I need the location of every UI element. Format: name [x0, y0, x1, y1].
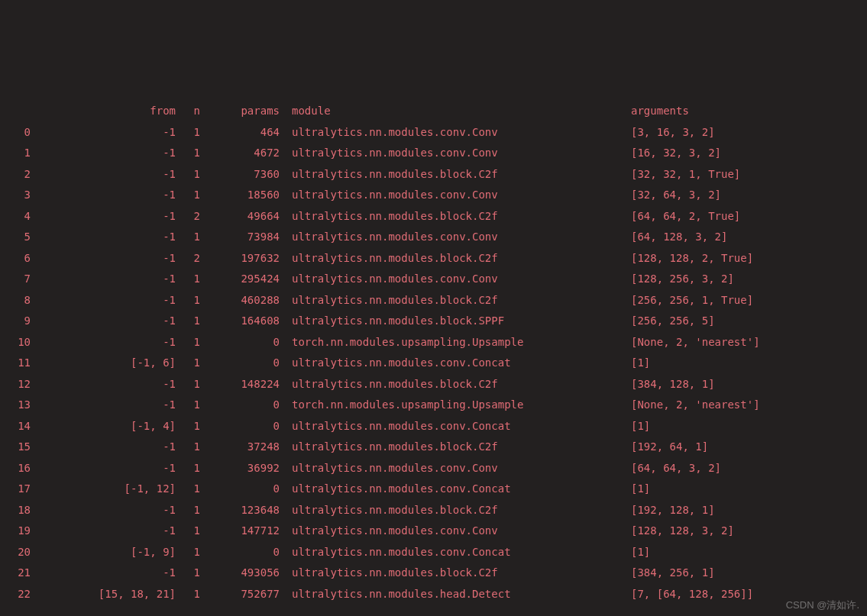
cell-args: [64, 64, 2, True] [631, 206, 867, 227]
table-row: 4-1249664ultralytics.nn.modules.block.C2… [0, 206, 867, 227]
cell-args: [16, 32, 3, 2] [631, 143, 867, 164]
cell-module: ultralytics.nn.modules.block.C2f [280, 206, 631, 227]
table-row: 1-114672ultralytics.nn.modules.conv.Conv… [0, 143, 867, 164]
table-row: 6-12197632ultralytics.nn.modules.block.C… [0, 248, 867, 269]
cell-n: 2 [176, 206, 200, 227]
cell-from: -1 [31, 248, 176, 269]
cell-params: 37248 [200, 437, 280, 458]
cell-module: ultralytics.nn.modules.block.C2f [280, 374, 631, 395]
cell-idx: 21 [0, 563, 31, 584]
cell-n: 1 [176, 500, 200, 521]
cell-from: [-1, 6] [31, 353, 176, 374]
cell-from: -1 [31, 458, 176, 479]
cell-n: 1 [176, 143, 200, 164]
header-n: n [176, 101, 200, 122]
table-row: 12-11148224ultralytics.nn.modules.block.… [0, 374, 867, 395]
cell-idx: 1 [0, 143, 31, 164]
cell-n: 1 [176, 353, 200, 374]
cell-module: ultralytics.nn.modules.conv.Conv [280, 227, 631, 248]
cell-from: -1 [31, 269, 176, 290]
watermark: CSDN @清如许. [786, 600, 859, 610]
cell-module: ultralytics.nn.modules.conv.Conv [280, 143, 631, 164]
cell-params: 0 [200, 416, 280, 437]
table-row: 5-1173984ultralytics.nn.modules.conv.Con… [0, 227, 867, 248]
cell-idx: 19 [0, 521, 31, 542]
table-row: 10-110torch.nn.modules.upsampling.Upsamp… [0, 332, 867, 353]
cell-params: 123648 [200, 500, 280, 521]
cell-from: -1 [31, 563, 176, 584]
cell-idx: 5 [0, 227, 31, 248]
cell-args: [256, 256, 5] [631, 311, 867, 332]
cell-args: [None, 2, 'nearest'] [631, 395, 867, 416]
cell-idx: 11 [0, 353, 31, 374]
table-row: 3-1118560ultralytics.nn.modules.conv.Con… [0, 185, 867, 206]
cell-idx: 4 [0, 206, 31, 227]
cell-idx: 18 [0, 500, 31, 521]
cell-module: ultralytics.nn.modules.conv.Conv [280, 122, 631, 144]
cell-n: 1 [176, 374, 200, 395]
cell-module: ultralytics.nn.modules.conv.Conv [280, 521, 631, 542]
cell-idx: 3 [0, 185, 31, 206]
cell-n: 1 [176, 521, 200, 542]
cell-module: ultralytics.nn.modules.block.C2f [280, 248, 631, 269]
cell-from: [-1, 12] [31, 479, 176, 500]
cell-from: -1 [31, 143, 176, 164]
model-summary-table: fromnparamsmodulearguments0-11464ultraly… [0, 101, 867, 605]
cell-params: 164608 [200, 311, 280, 332]
cell-n: 1 [176, 332, 200, 353]
cell-idx: 13 [0, 395, 31, 416]
cell-n: 1 [176, 122, 200, 144]
cell-args: [32, 32, 1, True] [631, 164, 867, 185]
cell-idx: 7 [0, 269, 31, 290]
cell-idx: 12 [0, 374, 31, 395]
cell-args: [64, 128, 3, 2] [631, 227, 867, 248]
cell-params: 148224 [200, 374, 280, 395]
cell-args: [128, 256, 3, 2] [631, 269, 867, 290]
cell-n: 1 [176, 584, 200, 605]
cell-module: ultralytics.nn.modules.block.SPPF [280, 311, 631, 332]
table-row: 15-1137248ultralytics.nn.modules.block.C… [0, 437, 867, 458]
cell-idx: 20 [0, 542, 31, 563]
cell-n: 1 [176, 542, 200, 563]
cell-from: -1 [31, 290, 176, 311]
cell-module: ultralytics.nn.modules.conv.Concat [280, 542, 631, 563]
cell-args: [192, 128, 1] [631, 500, 867, 521]
cell-from: [-1, 4] [31, 416, 176, 437]
cell-n: 1 [176, 227, 200, 248]
cell-args: [None, 2, 'nearest'] [631, 332, 867, 353]
cell-args: [1] [631, 353, 867, 374]
cell-from: -1 [31, 164, 176, 185]
cell-idx: 10 [0, 332, 31, 353]
cell-module: torch.nn.modules.upsampling.Upsample [280, 395, 631, 416]
table-row: 17[-1, 12]10ultralytics.nn.modules.conv.… [0, 479, 867, 500]
cell-args: [32, 64, 3, 2] [631, 185, 867, 206]
cell-n: 1 [176, 290, 200, 311]
cell-from: [15, 18, 21] [31, 584, 176, 605]
table-row: 16-1136992ultralytics.nn.modules.conv.Co… [0, 458, 867, 479]
table-row: 18-11123648ultralytics.nn.modules.block.… [0, 500, 867, 521]
cell-module: ultralytics.nn.modules.head.Detect [280, 584, 631, 605]
header-from: from [31, 101, 176, 122]
cell-module: ultralytics.nn.modules.conv.Conv [280, 185, 631, 206]
cell-idx: 0 [0, 122, 31, 144]
cell-params: 493056 [200, 563, 280, 584]
cell-module: ultralytics.nn.modules.conv.Conv [280, 269, 631, 290]
cell-params: 0 [200, 479, 280, 500]
cell-params: 18560 [200, 185, 280, 206]
cell-idx: 14 [0, 416, 31, 437]
cell-params: 460288 [200, 290, 280, 311]
table-row: 11[-1, 6]10ultralytics.nn.modules.conv.C… [0, 353, 867, 374]
cell-args: [128, 128, 3, 2] [631, 521, 867, 542]
table-row: 2-117360ultralytics.nn.modules.block.C2f… [0, 164, 867, 185]
cell-idx: 22 [0, 584, 31, 605]
table-row: 19-11147712ultralytics.nn.modules.conv.C… [0, 521, 867, 542]
cell-params: 73984 [200, 227, 280, 248]
cell-from: -1 [31, 122, 176, 144]
cell-args: [1] [631, 416, 867, 437]
table-header-row: fromnparamsmodulearguments [0, 101, 867, 122]
cell-module: ultralytics.nn.modules.block.C2f [280, 164, 631, 185]
cell-args: [384, 128, 1] [631, 374, 867, 395]
header-module: module [280, 101, 631, 122]
table-row: 7-11295424ultralytics.nn.modules.conv.Co… [0, 269, 867, 290]
table-row: 8-11460288ultralytics.nn.modules.block.C… [0, 290, 867, 311]
